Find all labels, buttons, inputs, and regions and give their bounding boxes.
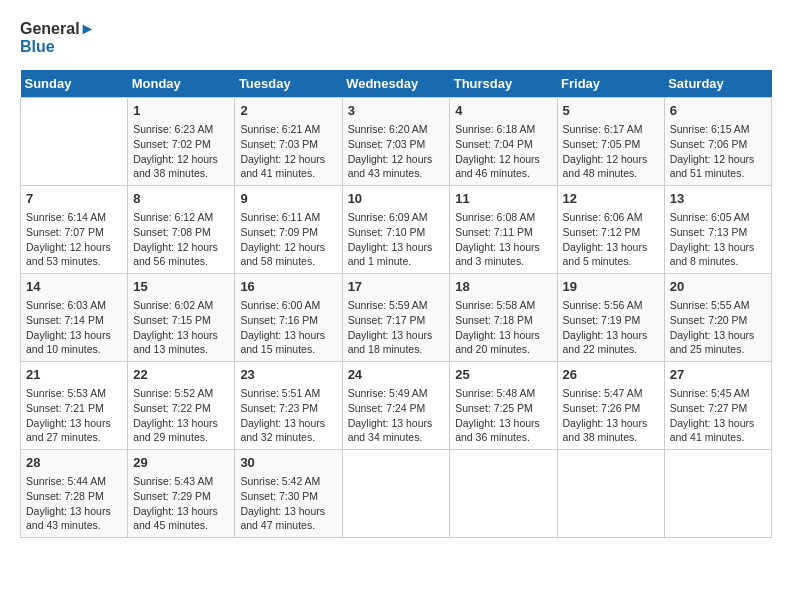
calendar-week-row: 28Sunrise: 5:44 AM Sunset: 7:28 PM Dayli… xyxy=(21,449,772,537)
day-info: Sunrise: 5:59 AM Sunset: 7:17 PM Dayligh… xyxy=(348,298,445,357)
day-info: Sunrise: 6:15 AM Sunset: 7:06 PM Dayligh… xyxy=(670,122,766,181)
day-info: Sunrise: 6:14 AM Sunset: 7:07 PM Dayligh… xyxy=(26,210,122,269)
calendar-cell: 20Sunrise: 5:55 AM Sunset: 7:20 PM Dayli… xyxy=(664,274,771,362)
calendar-cell: 11Sunrise: 6:08 AM Sunset: 7:11 PM Dayli… xyxy=(450,186,557,274)
calendar-cell: 5Sunrise: 6:17 AM Sunset: 7:05 PM Daylig… xyxy=(557,98,664,186)
weekday-header: Monday xyxy=(128,70,235,98)
calendar-week-row: 14Sunrise: 6:03 AM Sunset: 7:14 PM Dayli… xyxy=(21,274,772,362)
day-info: Sunrise: 5:49 AM Sunset: 7:24 PM Dayligh… xyxy=(348,386,445,445)
day-info: Sunrise: 5:56 AM Sunset: 7:19 PM Dayligh… xyxy=(563,298,659,357)
logo-blue: Blue xyxy=(20,38,95,56)
day-info: Sunrise: 5:52 AM Sunset: 7:22 PM Dayligh… xyxy=(133,386,229,445)
page-header: General► Blue xyxy=(20,20,772,55)
calendar-cell: 29Sunrise: 5:43 AM Sunset: 7:29 PM Dayli… xyxy=(128,449,235,537)
day-info: Sunrise: 5:51 AM Sunset: 7:23 PM Dayligh… xyxy=(240,386,336,445)
day-info: Sunrise: 5:47 AM Sunset: 7:26 PM Dayligh… xyxy=(563,386,659,445)
day-number: 2 xyxy=(240,102,336,120)
day-number: 19 xyxy=(563,278,659,296)
calendar-cell: 8Sunrise: 6:12 AM Sunset: 7:08 PM Daylig… xyxy=(128,186,235,274)
day-number: 21 xyxy=(26,366,122,384)
calendar-cell: 1Sunrise: 6:23 AM Sunset: 7:02 PM Daylig… xyxy=(128,98,235,186)
calendar-cell xyxy=(342,449,450,537)
calendar-cell: 22Sunrise: 5:52 AM Sunset: 7:22 PM Dayli… xyxy=(128,362,235,450)
day-number: 5 xyxy=(563,102,659,120)
day-number: 11 xyxy=(455,190,551,208)
calendar-cell: 30Sunrise: 5:42 AM Sunset: 7:30 PM Dayli… xyxy=(235,449,342,537)
day-info: Sunrise: 5:58 AM Sunset: 7:18 PM Dayligh… xyxy=(455,298,551,357)
day-number: 24 xyxy=(348,366,445,384)
calendar-cell: 13Sunrise: 6:05 AM Sunset: 7:13 PM Dayli… xyxy=(664,186,771,274)
day-info: Sunrise: 6:18 AM Sunset: 7:04 PM Dayligh… xyxy=(455,122,551,181)
day-number: 28 xyxy=(26,454,122,472)
calendar-cell: 15Sunrise: 6:02 AM Sunset: 7:15 PM Dayli… xyxy=(128,274,235,362)
day-info: Sunrise: 6:09 AM Sunset: 7:10 PM Dayligh… xyxy=(348,210,445,269)
calendar-week-row: 1Sunrise: 6:23 AM Sunset: 7:02 PM Daylig… xyxy=(21,98,772,186)
calendar-cell: 24Sunrise: 5:49 AM Sunset: 7:24 PM Dayli… xyxy=(342,362,450,450)
day-info: Sunrise: 6:05 AM Sunset: 7:13 PM Dayligh… xyxy=(670,210,766,269)
calendar-cell: 2Sunrise: 6:21 AM Sunset: 7:03 PM Daylig… xyxy=(235,98,342,186)
day-info: Sunrise: 6:08 AM Sunset: 7:11 PM Dayligh… xyxy=(455,210,551,269)
day-number: 23 xyxy=(240,366,336,384)
day-info: Sunrise: 5:43 AM Sunset: 7:29 PM Dayligh… xyxy=(133,474,229,533)
day-info: Sunrise: 6:23 AM Sunset: 7:02 PM Dayligh… xyxy=(133,122,229,181)
calendar-cell: 27Sunrise: 5:45 AM Sunset: 7:27 PM Dayli… xyxy=(664,362,771,450)
day-number: 6 xyxy=(670,102,766,120)
day-number: 18 xyxy=(455,278,551,296)
day-info: Sunrise: 6:00 AM Sunset: 7:16 PM Dayligh… xyxy=(240,298,336,357)
day-number: 4 xyxy=(455,102,551,120)
weekday-header: Sunday xyxy=(21,70,128,98)
day-info: Sunrise: 5:44 AM Sunset: 7:28 PM Dayligh… xyxy=(26,474,122,533)
calendar-cell: 3Sunrise: 6:20 AM Sunset: 7:03 PM Daylig… xyxy=(342,98,450,186)
day-number: 12 xyxy=(563,190,659,208)
weekday-header: Saturday xyxy=(664,70,771,98)
day-info: Sunrise: 6:17 AM Sunset: 7:05 PM Dayligh… xyxy=(563,122,659,181)
day-info: Sunrise: 5:42 AM Sunset: 7:30 PM Dayligh… xyxy=(240,474,336,533)
day-info: Sunrise: 5:53 AM Sunset: 7:21 PM Dayligh… xyxy=(26,386,122,445)
calendar-cell: 25Sunrise: 5:48 AM Sunset: 7:25 PM Dayli… xyxy=(450,362,557,450)
day-info: Sunrise: 6:02 AM Sunset: 7:15 PM Dayligh… xyxy=(133,298,229,357)
calendar-cell: 28Sunrise: 5:44 AM Sunset: 7:28 PM Dayli… xyxy=(21,449,128,537)
calendar-cell: 23Sunrise: 5:51 AM Sunset: 7:23 PM Dayli… xyxy=(235,362,342,450)
day-number: 8 xyxy=(133,190,229,208)
day-number: 9 xyxy=(240,190,336,208)
day-number: 20 xyxy=(670,278,766,296)
calendar-cell xyxy=(557,449,664,537)
day-number: 29 xyxy=(133,454,229,472)
day-number: 26 xyxy=(563,366,659,384)
day-number: 17 xyxy=(348,278,445,296)
weekday-header: Thursday xyxy=(450,70,557,98)
calendar-cell xyxy=(664,449,771,537)
calendar-cell: 9Sunrise: 6:11 AM Sunset: 7:09 PM Daylig… xyxy=(235,186,342,274)
day-number: 7 xyxy=(26,190,122,208)
day-number: 15 xyxy=(133,278,229,296)
day-number: 16 xyxy=(240,278,336,296)
day-info: Sunrise: 6:11 AM Sunset: 7:09 PM Dayligh… xyxy=(240,210,336,269)
calendar-cell xyxy=(21,98,128,186)
day-number: 10 xyxy=(348,190,445,208)
weekday-header: Wednesday xyxy=(342,70,450,98)
calendar-cell: 12Sunrise: 6:06 AM Sunset: 7:12 PM Dayli… xyxy=(557,186,664,274)
calendar-cell: 16Sunrise: 6:00 AM Sunset: 7:16 PM Dayli… xyxy=(235,274,342,362)
day-number: 1 xyxy=(133,102,229,120)
day-number: 27 xyxy=(670,366,766,384)
calendar-cell: 19Sunrise: 5:56 AM Sunset: 7:19 PM Dayli… xyxy=(557,274,664,362)
day-info: Sunrise: 6:21 AM Sunset: 7:03 PM Dayligh… xyxy=(240,122,336,181)
weekday-header: Tuesday xyxy=(235,70,342,98)
calendar-cell: 17Sunrise: 5:59 AM Sunset: 7:17 PM Dayli… xyxy=(342,274,450,362)
day-number: 22 xyxy=(133,366,229,384)
day-number: 14 xyxy=(26,278,122,296)
calendar-table: SundayMondayTuesdayWednesdayThursdayFrid… xyxy=(20,70,772,538)
day-info: Sunrise: 6:12 AM Sunset: 7:08 PM Dayligh… xyxy=(133,210,229,269)
day-info: Sunrise: 5:45 AM Sunset: 7:27 PM Dayligh… xyxy=(670,386,766,445)
calendar-week-row: 21Sunrise: 5:53 AM Sunset: 7:21 PM Dayli… xyxy=(21,362,772,450)
logo: General► Blue xyxy=(20,20,95,55)
day-info: Sunrise: 6:06 AM Sunset: 7:12 PM Dayligh… xyxy=(563,210,659,269)
day-info: Sunrise: 5:48 AM Sunset: 7:25 PM Dayligh… xyxy=(455,386,551,445)
calendar-week-row: 7Sunrise: 6:14 AM Sunset: 7:07 PM Daylig… xyxy=(21,186,772,274)
day-number: 25 xyxy=(455,366,551,384)
day-info: Sunrise: 6:20 AM Sunset: 7:03 PM Dayligh… xyxy=(348,122,445,181)
calendar-cell: 18Sunrise: 5:58 AM Sunset: 7:18 PM Dayli… xyxy=(450,274,557,362)
day-number: 30 xyxy=(240,454,336,472)
day-info: Sunrise: 6:03 AM Sunset: 7:14 PM Dayligh… xyxy=(26,298,122,357)
calendar-cell: 7Sunrise: 6:14 AM Sunset: 7:07 PM Daylig… xyxy=(21,186,128,274)
